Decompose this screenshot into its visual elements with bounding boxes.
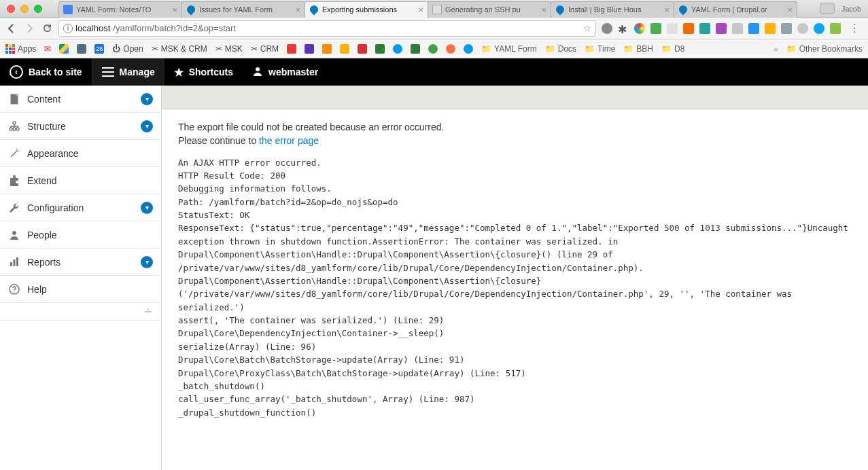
close-tab-icon[interactable]: × (295, 5, 300, 15)
browser-tab[interactable]: YAML Form: Notes/TO× (58, 1, 182, 18)
bookmark-item[interactable] (464, 44, 473, 54)
sidebar-item-people[interactable]: People (0, 221, 161, 249)
browser-tab[interactable]: Issues for YAML Form× (181, 1, 305, 18)
url-path: /yamlform/batch?id=2&op=start (113, 23, 236, 33)
manage-button[interactable]: Manage (92, 58, 164, 86)
ext-icon[interactable] (716, 23, 727, 34)
shortcuts-button[interactable]: ★ Shortcuts (164, 58, 243, 86)
chevron-down-icon[interactable]: ▾ (141, 93, 153, 105)
close-tab-icon[interactable]: × (787, 5, 793, 15)
bookmark-item[interactable] (393, 44, 402, 54)
bookmark-msk-crm[interactable]: ✂MSK & CRM (152, 44, 207, 54)
sidebar-collapse-button[interactable] (0, 303, 161, 321)
site-info-icon[interactable]: i (63, 24, 73, 33)
bookmark-item[interactable] (428, 44, 438, 54)
sidebar-item-content[interactable]: Content▾ (0, 86, 161, 113)
ext-icon[interactable] (602, 23, 612, 34)
bookmark-apps[interactable]: Apps (5, 44, 36, 54)
url-host: localhost (75, 23, 110, 33)
bookmark-item[interactable] (322, 44, 332, 54)
minimize-window-button[interactable] (20, 5, 29, 13)
sidebar-item-configuration[interactable]: Configuration▾ (0, 194, 161, 221)
ext-icon[interactable] (830, 23, 841, 34)
ext-icon[interactable] (765, 23, 776, 34)
bookmark-label: CRM (260, 44, 279, 54)
ext-icon[interactable] (634, 23, 645, 34)
bookmark-crm[interactable]: ✂CRM (251, 44, 279, 54)
bookmark-gmail[interactable]: ✉ (44, 44, 51, 54)
bookmark-item[interactable] (411, 44, 420, 54)
chevron-down-icon[interactable]: ▾ (141, 256, 153, 268)
user-menu[interactable]: webmaster (243, 58, 328, 86)
ext-icon[interactable] (732, 23, 743, 34)
bookmark-item[interactable] (77, 44, 86, 54)
tab-label: Exporting submissions (322, 5, 415, 14)
sidebar-item-help[interactable]: Help (0, 276, 161, 303)
bookmark-msk[interactable]: ✂MSK (215, 44, 243, 54)
ext-icon[interactable] (650, 23, 661, 34)
browser-tab[interactable]: YAML Form | Drupal.or× (674, 1, 797, 18)
svg-point-3 (10, 128, 12, 130)
close-tab-icon[interactable]: × (541, 5, 546, 15)
close-window-button[interactable] (7, 5, 15, 13)
bookmark-item[interactable] (358, 44, 367, 54)
bookmark-item[interactable] (305, 44, 314, 54)
chevron-down-icon[interactable]: ▾ (141, 202, 153, 214)
ext-icon[interactable] (797, 23, 808, 34)
bookmark-icon (358, 44, 367, 54)
ext-icon[interactable] (683, 23, 694, 34)
bookmark-calendar[interactable]: 26 (94, 44, 104, 54)
reload-button[interactable] (41, 22, 53, 35)
browser-tab[interactable]: Generating an SSH pu× (428, 1, 551, 18)
bookmark-overflow[interactable]: » (774, 45, 778, 53)
close-tab-icon[interactable]: × (418, 5, 423, 15)
ext-icon[interactable] (667, 23, 678, 34)
svg-point-2 (13, 122, 16, 124)
bookmark-item[interactable] (340, 44, 349, 54)
folder-icon: 📁 (545, 44, 555, 54)
ext-icon[interactable] (699, 23, 710, 34)
sidebar-item-appearance[interactable]: Appearance (0, 140, 161, 167)
sidebar-item-label: Appearance (27, 148, 79, 159)
bookmark-gdrive[interactable] (59, 44, 69, 54)
bookmark-folder[interactable]: 📁BBH (623, 44, 653, 54)
browser-tab[interactable]: Exporting submissions× (305, 1, 428, 18)
bookmark-label: YAML Form (494, 44, 537, 54)
address-bar: i localhost/yamlform/batch?id=2&op=start… (0, 18, 868, 39)
bookmark-star-icon[interactable]: ☆ (583, 23, 591, 33)
forward-button[interactable] (23, 22, 35, 35)
error-page-link[interactable]: the error page (259, 135, 319, 146)
sidebar-item-reports[interactable]: Reports▾ (0, 249, 161, 276)
profile-name[interactable]: Jacob (839, 5, 868, 13)
bookmark-item[interactable] (446, 44, 455, 54)
svg-point-11 (14, 291, 14, 292)
browser-tab[interactable]: Install | Big Blue Hous× (551, 1, 674, 18)
bookmark-label: D8 (674, 44, 684, 54)
ext-icon[interactable] (748, 23, 759, 34)
other-bookmarks[interactable]: 📁 Other Bookmarks (786, 44, 863, 54)
back-button[interactable] (5, 22, 18, 35)
ext-icon[interactable] (814, 23, 824, 34)
bookmark-item[interactable] (375, 44, 385, 54)
bookmark-open[interactable]: ⏻Open (112, 44, 143, 54)
close-tab-icon[interactable]: × (172, 5, 177, 15)
close-tab-icon[interactable]: × (664, 5, 670, 15)
bookmark-folder[interactable]: 📁Docs (545, 44, 576, 54)
ext-icon[interactable] (781, 23, 792, 34)
zoom-window-button[interactable] (34, 5, 42, 13)
back-to-site-button[interactable]: ‹ Back to site (0, 58, 92, 86)
bookmark-item[interactable] (287, 44, 296, 54)
page-icon (432, 5, 442, 14)
bookmark-folder[interactable]: 📁D8 (661, 44, 684, 54)
ext-icon[interactable]: ✱ (618, 23, 629, 34)
sidebar-item-structure[interactable]: Structure▾ (0, 113, 161, 140)
browser-menu-button[interactable]: ⋮ (846, 22, 863, 35)
bookmark-label: Apps (18, 44, 36, 54)
bookmark-folder[interactable]: 📁Time (585, 44, 615, 54)
chevron-down-icon[interactable]: ▾ (141, 120, 153, 132)
omnibox[interactable]: i localhost/yamlform/batch?id=2&op=start… (58, 20, 596, 37)
bookmark-folder[interactable]: 📁YAML Form (481, 44, 537, 54)
sidebar-item-extend[interactable]: Extend (0, 167, 161, 194)
new-tab-button[interactable] (820, 3, 835, 14)
window-titlebar: YAML Form: Notes/TO×Issues for YAML Form… (0, 0, 868, 18)
